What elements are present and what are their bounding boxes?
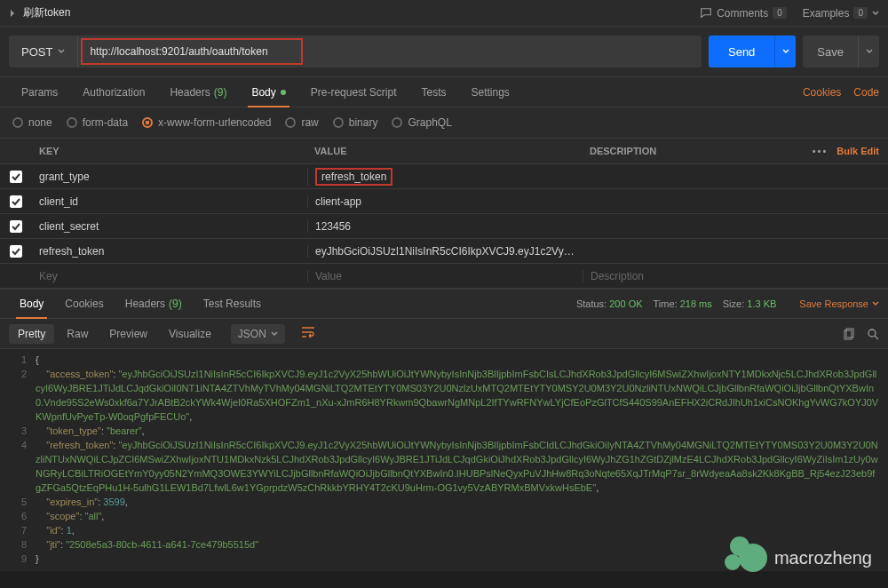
response-body-code[interactable]: 1{2 "access_token": "eyJhbGciOiJSUzI1NiI… (0, 349, 888, 571)
view-raw[interactable]: Raw (58, 324, 97, 344)
save-response-dropdown[interactable]: Save Response (799, 298, 879, 309)
comments-button[interactable]: Comments 0 (700, 7, 787, 20)
radio-urlencoded[interactable]: x-www-form-urlencoded (142, 116, 271, 129)
tab-authorization[interactable]: Authorization (70, 77, 157, 107)
comments-count: 0 (773, 7, 787, 19)
request-header-bar: 刷新token Comments 0 Examples 0 (0, 0, 888, 27)
resp-tab-cookies[interactable]: Cookies (54, 289, 114, 319)
cookies-link[interactable]: Cookies (803, 86, 841, 99)
wrap-icon (301, 326, 315, 338)
tab-tests[interactable]: Tests (408, 77, 458, 107)
search-icon[interactable] (867, 328, 879, 340)
tab-prerequest[interactable]: Pre-request Script (298, 77, 409, 107)
radio-none[interactable]: none (12, 116, 52, 129)
radio-raw[interactable]: raw (285, 116, 318, 129)
view-pretty[interactable]: Pretty (9, 324, 54, 344)
row-checkbox[interactable] (10, 245, 22, 258)
comment-icon (700, 7, 712, 20)
save-dropdown[interactable] (858, 36, 879, 68)
format-select[interactable]: JSON (231, 324, 285, 344)
tab-params[interactable]: Params (9, 77, 70, 107)
watermark-text: macrozheng (774, 548, 872, 568)
response-tabs: Body Cookies Headers (9) Test Results St… (0, 289, 888, 319)
view-bar: Pretty Raw Preview Visualize JSON (0, 319, 888, 349)
table-empty-row[interactable]: Key Value Description (0, 264, 888, 289)
chevron-down-icon (872, 300, 879, 307)
table-row[interactable]: grant_type refresh_token (0, 164, 888, 189)
desc-input[interactable]: Description (583, 270, 888, 282)
save-button[interactable]: Save (803, 45, 858, 59)
value-cell[interactable]: client-app (307, 195, 583, 208)
method-value: POST (21, 45, 52, 59)
table-row[interactable]: refresh_token eyJhbGciOiJSUzI1NiIsInR5cC… (0, 239, 888, 264)
row-checkbox[interactable] (10, 195, 22, 208)
view-preview[interactable]: Preview (100, 324, 156, 344)
key-cell[interactable]: grant_type (32, 171, 307, 183)
value-cell[interactable]: eyJhbGciOiJSUzI1NiIsInR5cCI6IkpXVCJ9.eyJ… (307, 245, 583, 258)
key-cell[interactable]: client_secret (32, 220, 307, 233)
chevron-down-icon (866, 48, 873, 55)
resp-tab-headers[interactable]: Headers (9) (115, 289, 193, 319)
watermark: macrozheng (739, 544, 872, 572)
url-row: POST Send Save (0, 27, 888, 77)
bulk-edit-link[interactable]: Bulk Edit (836, 146, 879, 156)
value-cell[interactable]: 123456 (307, 220, 583, 233)
col-key-header: KEY (32, 146, 307, 156)
more-columns-icon[interactable]: ••• (813, 146, 829, 156)
key-cell[interactable]: refresh_token (32, 245, 307, 258)
col-value-header: VALUE (307, 146, 583, 156)
caret-right-icon (9, 10, 16, 17)
save-button-group: Save (803, 36, 879, 68)
tab-settings[interactable]: Settings (459, 77, 522, 107)
wechat-logo-icon (739, 544, 767, 572)
key-cell[interactable]: client_id (32, 195, 307, 208)
url-input[interactable] (81, 38, 303, 65)
resp-tab-body[interactable]: Body (9, 289, 54, 319)
tab-body[interactable]: Body (239, 77, 297, 107)
chevron-down-icon (271, 330, 278, 338)
resp-tab-testresults[interactable]: Test Results (193, 289, 272, 319)
row-checkbox[interactable] (10, 220, 22, 233)
status-value: 200 OK (609, 298, 642, 309)
chevron-down-icon (782, 48, 789, 55)
body-changed-dot (281, 90, 286, 95)
row-checkbox[interactable] (10, 171, 22, 183)
examples-dropdown[interactable]: Examples 0 (803, 7, 879, 20)
table-head: KEY VALUE DESCRIPTION ••• Bulk Edit (0, 138, 888, 164)
send-button[interactable]: Send (709, 36, 774, 68)
table-row[interactable]: client_secret 123456 (0, 214, 888, 239)
chevron-down-icon (58, 48, 65, 55)
method-select[interactable]: POST (9, 36, 78, 68)
comments-label: Comments (717, 7, 768, 20)
size-value: 1.3 KB (747, 298, 776, 309)
send-dropdown[interactable] (774, 36, 796, 68)
tab-headers[interactable]: Headers(9) (157, 77, 239, 107)
radio-graphql[interactable]: GraphQL (392, 116, 451, 129)
value-cell[interactable]: refresh_token (307, 168, 583, 186)
col-desc-header: DESCRIPTION (583, 146, 790, 156)
wrap-lines-button[interactable] (296, 322, 321, 345)
table-row[interactable]: client_id client-app (0, 189, 888, 214)
response-status: Status: 200 OK Time: 218 ms Size: 1.3 KB… (576, 298, 879, 309)
chevron-down-icon (872, 10, 879, 17)
request-tabs: Params Authorization Headers(9) Body Pre… (0, 77, 888, 107)
send-button-group: Send (709, 36, 796, 68)
svg-point-2 (868, 330, 876, 337)
radio-formdata[interactable]: form-data (67, 116, 128, 129)
params-table: KEY VALUE DESCRIPTION ••• Bulk Edit gran… (0, 138, 888, 289)
url-bar: POST (9, 36, 702, 68)
body-type-radios: none form-data x-www-form-urlencoded raw… (0, 107, 888, 138)
time-value: 218 ms (680, 298, 712, 309)
copy-icon[interactable] (844, 328, 856, 340)
radio-binary[interactable]: binary (333, 116, 378, 129)
key-input[interactable]: Key (32, 270, 307, 282)
value-input[interactable]: Value (307, 270, 583, 282)
code-link[interactable]: Code (853, 86, 879, 99)
examples-count: 0 (853, 7, 868, 19)
view-visualize[interactable]: Visualize (160, 324, 220, 344)
examples-label: Examples (803, 7, 850, 20)
request-title: 刷新token (23, 5, 700, 20)
